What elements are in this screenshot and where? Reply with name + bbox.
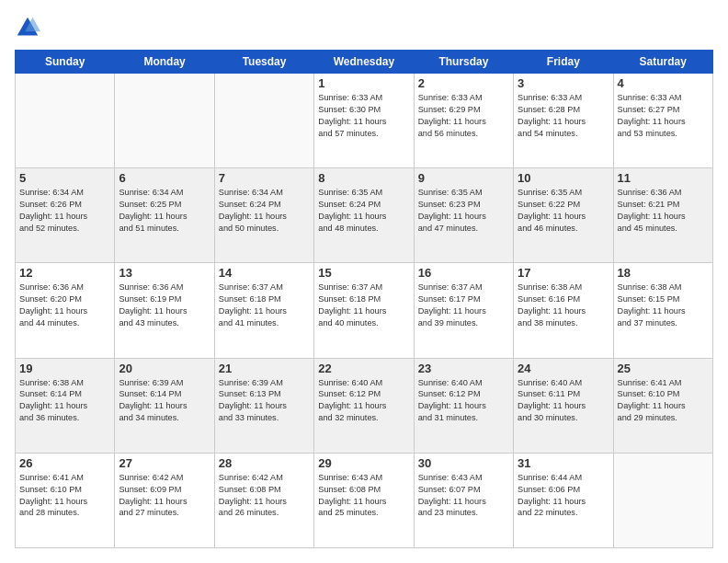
table-row: 31Sunrise: 6:44 AM Sunset: 6:06 PM Dayli… <box>514 453 613 547</box>
day-number: 3 <box>518 76 609 90</box>
day-info: Sunrise: 6:40 AM Sunset: 6:12 PM Dayligh… <box>318 377 409 425</box>
day-info: Sunrise: 6:36 AM Sunset: 6:19 PM Dayligh… <box>119 282 210 329</box>
day-info: Sunrise: 6:37 AM Sunset: 6:18 PM Dayligh… <box>318 282 409 329</box>
day-info: Sunrise: 6:35 AM Sunset: 6:23 PM Dayligh… <box>418 187 509 235</box>
day-number: 14 <box>219 266 310 280</box>
table-row: 23Sunrise: 6:40 AM Sunset: 6:12 PM Dayli… <box>414 358 513 453</box>
table-row: 15Sunrise: 6:37 AM Sunset: 6:18 PM Dayli… <box>314 263 414 358</box>
day-number: 23 <box>418 362 509 375</box>
day-number: 30 <box>418 456 509 470</box>
day-info: Sunrise: 6:42 AM Sunset: 6:08 PM Dayligh… <box>219 472 310 520</box>
table-row: 21Sunrise: 6:39 AM Sunset: 6:13 PM Dayli… <box>214 358 313 453</box>
day-number: 25 <box>618 362 709 375</box>
day-number: 6 <box>119 171 210 185</box>
col-saturday: Saturday <box>613 51 712 74</box>
col-friday: Friday <box>514 51 613 74</box>
day-info: Sunrise: 6:40 AM Sunset: 6:12 PM Dayligh… <box>418 377 509 425</box>
table-row: 28Sunrise: 6:42 AM Sunset: 6:08 PM Dayli… <box>214 453 313 547</box>
table-row: 20Sunrise: 6:39 AM Sunset: 6:14 PM Dayli… <box>115 358 214 453</box>
table-row: 11Sunrise: 6:36 AM Sunset: 6:21 PM Dayli… <box>613 168 712 263</box>
day-info: Sunrise: 6:33 AM Sunset: 6:28 PM Dayligh… <box>518 92 609 140</box>
day-number: 24 <box>518 362 609 375</box>
day-number: 31 <box>518 456 609 470</box>
table-row: 14Sunrise: 6:37 AM Sunset: 6:18 PM Dayli… <box>214 263 313 358</box>
day-number: 16 <box>418 266 509 280</box>
table-row: 5Sunrise: 6:34 AM Sunset: 6:26 PM Daylig… <box>16 168 115 263</box>
calendar-table: Sunday Monday Tuesday Wednesday Thursday… <box>15 50 713 548</box>
logo-icon <box>15 15 40 40</box>
day-number: 28 <box>219 456 310 470</box>
day-info: Sunrise: 6:36 AM Sunset: 6:21 PM Dayligh… <box>618 187 709 235</box>
day-number: 15 <box>318 266 409 280</box>
day-number: 1 <box>318 76 409 90</box>
day-info: Sunrise: 6:35 AM Sunset: 6:24 PM Dayligh… <box>318 187 409 235</box>
calendar-week-row: 5Sunrise: 6:34 AM Sunset: 6:26 PM Daylig… <box>16 168 713 263</box>
day-number: 18 <box>618 266 709 280</box>
table-row: 25Sunrise: 6:41 AM Sunset: 6:10 PM Dayli… <box>613 358 712 453</box>
header <box>15 15 713 40</box>
day-info: Sunrise: 6:40 AM Sunset: 6:11 PM Dayligh… <box>518 377 609 425</box>
day-info: Sunrise: 6:34 AM Sunset: 6:25 PM Dayligh… <box>119 187 210 235</box>
table-row: 26Sunrise: 6:41 AM Sunset: 6:10 PM Dayli… <box>16 453 115 547</box>
day-info: Sunrise: 6:33 AM Sunset: 6:29 PM Dayligh… <box>418 92 509 140</box>
day-number: 11 <box>618 171 709 185</box>
table-row: 18Sunrise: 6:38 AM Sunset: 6:15 PM Dayli… <box>613 263 712 358</box>
col-sunday: Sunday <box>16 51 115 74</box>
table-row: 3Sunrise: 6:33 AM Sunset: 6:28 PM Daylig… <box>514 74 613 168</box>
table-row <box>214 74 313 168</box>
day-number: 8 <box>318 171 409 185</box>
day-number: 22 <box>318 362 409 375</box>
day-info: Sunrise: 6:39 AM Sunset: 6:14 PM Dayligh… <box>119 377 210 425</box>
table-row: 7Sunrise: 6:34 AM Sunset: 6:24 PM Daylig… <box>214 168 313 263</box>
day-info: Sunrise: 6:43 AM Sunset: 6:07 PM Dayligh… <box>418 472 509 520</box>
day-number: 10 <box>518 171 609 185</box>
table-row: 6Sunrise: 6:34 AM Sunset: 6:25 PM Daylig… <box>115 168 214 263</box>
day-info: Sunrise: 6:38 AM Sunset: 6:14 PM Dayligh… <box>19 377 110 425</box>
day-number: 2 <box>418 76 509 90</box>
day-number: 17 <box>518 266 609 280</box>
calendar-week-row: 26Sunrise: 6:41 AM Sunset: 6:10 PM Dayli… <box>16 453 713 547</box>
calendar-week-row: 12Sunrise: 6:36 AM Sunset: 6:20 PM Dayli… <box>16 263 713 358</box>
day-number: 12 <box>19 266 110 280</box>
day-info: Sunrise: 6:41 AM Sunset: 6:10 PM Dayligh… <box>19 472 110 520</box>
table-row <box>613 453 712 547</box>
day-number: 21 <box>219 362 310 375</box>
table-row: 17Sunrise: 6:38 AM Sunset: 6:16 PM Dayli… <box>514 263 613 358</box>
day-info: Sunrise: 6:33 AM Sunset: 6:30 PM Dayligh… <box>318 92 409 140</box>
table-row: 12Sunrise: 6:36 AM Sunset: 6:20 PM Dayli… <box>16 263 115 358</box>
day-number: 26 <box>19 456 110 470</box>
day-info: Sunrise: 6:43 AM Sunset: 6:08 PM Dayligh… <box>318 472 409 520</box>
day-number: 7 <box>219 171 310 185</box>
day-number: 29 <box>318 456 409 470</box>
table-row: 19Sunrise: 6:38 AM Sunset: 6:14 PM Dayli… <box>16 358 115 453</box>
day-number: 5 <box>19 171 110 185</box>
day-number: 27 <box>119 456 210 470</box>
day-number: 4 <box>618 76 709 90</box>
calendar-week-row: 19Sunrise: 6:38 AM Sunset: 6:14 PM Dayli… <box>16 358 713 453</box>
table-row <box>16 74 115 168</box>
day-info: Sunrise: 6:38 AM Sunset: 6:16 PM Dayligh… <box>518 282 609 329</box>
table-row: 13Sunrise: 6:36 AM Sunset: 6:19 PM Dayli… <box>115 263 214 358</box>
table-row <box>115 74 214 168</box>
calendar-week-row: 1Sunrise: 6:33 AM Sunset: 6:30 PM Daylig… <box>16 74 713 168</box>
day-info: Sunrise: 6:34 AM Sunset: 6:24 PM Dayligh… <box>219 187 310 235</box>
table-row: 10Sunrise: 6:35 AM Sunset: 6:22 PM Dayli… <box>514 168 613 263</box>
table-row: 4Sunrise: 6:33 AM Sunset: 6:27 PM Daylig… <box>613 74 712 168</box>
col-monday: Monday <box>115 51 214 74</box>
table-row: 30Sunrise: 6:43 AM Sunset: 6:07 PM Dayli… <box>414 453 513 547</box>
table-row: 9Sunrise: 6:35 AM Sunset: 6:23 PM Daylig… <box>414 168 513 263</box>
day-info: Sunrise: 6:36 AM Sunset: 6:20 PM Dayligh… <box>19 282 110 329</box>
col-thursday: Thursday <box>414 51 513 74</box>
day-number: 9 <box>418 171 509 185</box>
table-row: 27Sunrise: 6:42 AM Sunset: 6:09 PM Dayli… <box>115 453 214 547</box>
page: Sunday Monday Tuesday Wednesday Thursday… <box>0 0 728 563</box>
day-info: Sunrise: 6:33 AM Sunset: 6:27 PM Dayligh… <box>618 92 709 140</box>
table-row: 2Sunrise: 6:33 AM Sunset: 6:29 PM Daylig… <box>414 74 513 168</box>
table-row: 24Sunrise: 6:40 AM Sunset: 6:11 PM Dayli… <box>514 358 613 453</box>
day-info: Sunrise: 6:39 AM Sunset: 6:13 PM Dayligh… <box>219 377 310 425</box>
day-info: Sunrise: 6:44 AM Sunset: 6:06 PM Dayligh… <box>518 472 609 520</box>
day-info: Sunrise: 6:37 AM Sunset: 6:18 PM Dayligh… <box>219 282 310 329</box>
col-wednesday: Wednesday <box>314 51 414 74</box>
table-row: 1Sunrise: 6:33 AM Sunset: 6:30 PM Daylig… <box>314 74 414 168</box>
col-tuesday: Tuesday <box>214 51 313 74</box>
